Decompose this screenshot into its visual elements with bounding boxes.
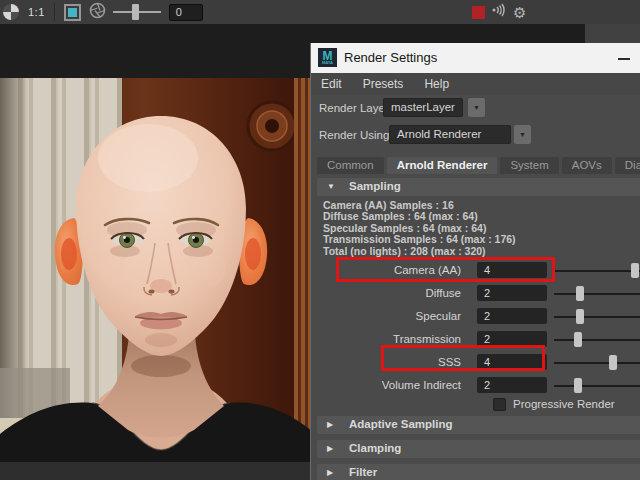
exposure-value-input[interactable]: 0: [169, 4, 203, 21]
slider-handle[interactable]: [576, 286, 584, 301]
render-using-dropdown-arrow-icon[interactable]: ▼: [514, 125, 531, 144]
render-layer-select[interactable]: masterLayer: [383, 98, 463, 117]
highlight-box-sss: [381, 345, 545, 371]
volume-indirect-slider[interactable]: [554, 376, 640, 396]
transmission-slider[interactable]: [554, 330, 640, 350]
progressive-render-checkbox[interactable]: [493, 398, 506, 411]
aperture-icon[interactable]: [89, 2, 106, 23]
panel-menubar: Edit Presets Help: [311, 73, 640, 95]
slider-handle[interactable]: [609, 355, 617, 370]
progressive-render-label: Progressive Render: [513, 398, 615, 410]
zoom-1-1-button[interactable]: 1:1: [28, 6, 45, 18]
collapse-closed-icon[interactable]: ▶: [327, 444, 333, 453]
tab-diagnostics[interactable]: Diagn: [615, 157, 640, 174]
settings-tabbar: Common Arnold Renderer System AOVs Diagn: [317, 157, 640, 174]
render-layer-dropdown-arrow-icon[interactable]: ▼: [468, 98, 485, 117]
slider-handle[interactable]: [574, 378, 582, 393]
sss-slider[interactable]: [554, 353, 640, 373]
broadcast-waves-icon[interactable]: [491, 2, 508, 22]
stop-render-button[interactable]: [472, 6, 485, 19]
menu-edit[interactable]: Edit: [321, 77, 342, 91]
camera-aa-slider[interactable]: [554, 261, 640, 281]
tab-system[interactable]: System: [500, 157, 558, 174]
window-titlebar[interactable]: MMAYA Render Settings: [311, 43, 640, 73]
diffuse-slider[interactable]: [554, 284, 640, 304]
crop-region-button[interactable]: [64, 4, 81, 21]
exposure-slider-handle[interactable]: [132, 4, 139, 20]
row-diffuse: Diffuse 2: [311, 284, 640, 304]
render-layer-label: Render Layer: [319, 102, 389, 114]
settings-gear-button[interactable]: ⚙: [513, 5, 526, 20]
volume-indirect-input[interactable]: 2: [477, 377, 547, 393]
row-progressive-render: Progressive Render: [311, 398, 640, 414]
diffuse-input[interactable]: 2: [477, 285, 547, 301]
collapse-open-icon[interactable]: ▼: [327, 182, 335, 191]
collapse-closed-icon[interactable]: ▶: [327, 468, 333, 477]
highlight-box-camera-aa: [336, 257, 555, 282]
row-specular: Specular 2: [311, 307, 640, 327]
tab-common[interactable]: Common: [317, 157, 384, 174]
window-title: Render Settings: [344, 50, 437, 65]
render-using-label: Render Using: [319, 129, 389, 141]
specular-slider[interactable]: [554, 307, 640, 327]
tab-arnold-renderer[interactable]: Arnold Renderer: [387, 157, 498, 174]
maya-logo-icon: MMAYA: [318, 48, 337, 67]
menu-help[interactable]: Help: [424, 77, 449, 91]
toolbar-right-group: ⚙: [472, 0, 526, 24]
stat-line: Total (no lights) : 208 (max : 320): [323, 246, 633, 257]
tab-aovs[interactable]: AOVs: [562, 157, 612, 174]
section-header-sampling[interactable]: ▼ Sampling: [317, 178, 640, 196]
stat-line: Transmission Samples : 64 (max : 176): [323, 234, 633, 245]
render-view-toolbar: 1:1 0 ⚙: [0, 0, 640, 24]
menu-presets[interactable]: Presets: [363, 77, 404, 91]
specular-input[interactable]: 2: [477, 308, 547, 324]
slider-handle[interactable]: [574, 332, 582, 347]
collapse-closed-icon[interactable]: ▶: [327, 420, 333, 429]
sampling-stats: Camera (AA) Samples : 16 Diffuse Samples…: [323, 200, 633, 257]
section-header-clamping[interactable]: ▶ Clamping: [317, 440, 640, 458]
render-using-select[interactable]: Arnold Renderer: [389, 125, 511, 144]
maya-render-view: 1:1 0 ⚙ MMAYA: [0, 0, 640, 480]
quadrant-circle-icon[interactable]: [3, 4, 19, 20]
slider-handle[interactable]: [576, 309, 584, 324]
section-header-filter[interactable]: ▶ Filter: [317, 464, 640, 480]
crop-region-fill: [68, 8, 77, 17]
row-volume-indirect: Volume Indirect 2: [311, 376, 640, 396]
exposure-slider[interactable]: [113, 4, 161, 20]
section-header-adaptive-sampling[interactable]: ▶ Adaptive Sampling: [317, 416, 640, 434]
toolbar-separator: [54, 3, 55, 21]
slider-handle[interactable]: [631, 263, 639, 278]
minimize-button[interactable]: [618, 58, 630, 60]
rendered-head-image: [0, 78, 320, 462]
